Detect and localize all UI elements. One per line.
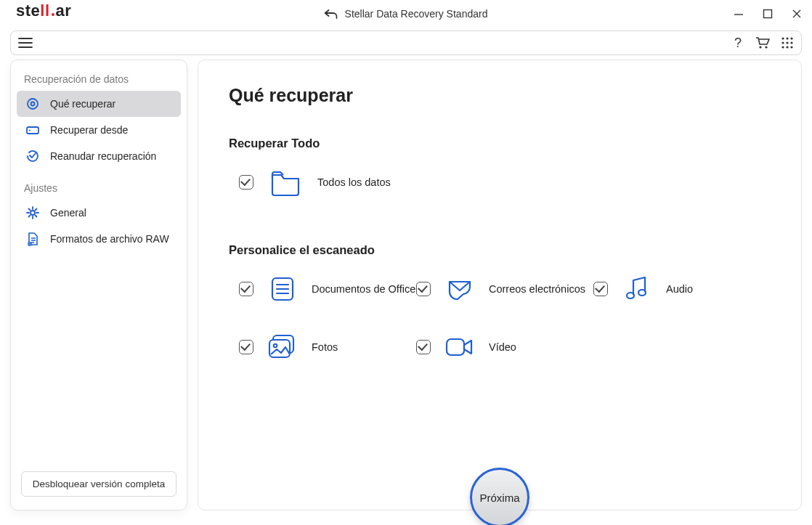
svg-point-21: [627, 293, 634, 298]
option-label: Correos electrónicos: [489, 283, 585, 295]
sidebar-item-raw-formats[interactable]: Formatos de archivo RAW: [17, 226, 181, 252]
svg-point-11: [781, 46, 784, 48]
app-title: Stellar Data Recovery Standard: [345, 8, 488, 20]
target-icon: [25, 97, 40, 111]
checkbox-audio[interactable]: [593, 282, 608, 296]
unlock-full-version-button[interactable]: Desbloquear versión completa: [21, 471, 176, 497]
document-icon: [267, 273, 299, 305]
option-all-data-label: Todos los datos: [317, 176, 391, 188]
svg-point-10: [790, 41, 792, 44]
svg-point-13: [790, 46, 792, 48]
svg-text:?: ?: [734, 36, 742, 50]
logo-dot-icon: [52, 13, 54, 16]
window-minimize-button[interactable]: [734, 9, 744, 19]
svg-point-5: [781, 37, 784, 39]
recover-all-heading: Recuperar Todo: [229, 137, 771, 150]
option-label: Documentos de Office: [312, 283, 415, 295]
svg-rect-26: [447, 339, 464, 355]
folder-icon: [269, 166, 301, 198]
toolbar: ?: [10, 30, 802, 55]
sidebar-item-label: General: [50, 207, 86, 219]
file-icon: [25, 232, 40, 246]
resume-icon: [25, 149, 40, 163]
svg-point-17: [29, 130, 31, 131]
option-label: Fotos: [312, 341, 338, 353]
option-emails: Correos electrónicos: [416, 273, 593, 305]
page-title: Qué recuperar: [229, 85, 771, 106]
sidebar-section-recovery: Recuperación de datos: [17, 70, 181, 91]
sidebar: Recuperación de datos Qué recuperar Recu…: [10, 60, 187, 510]
sidebar-item-general[interactable]: General: [17, 200, 181, 226]
svg-point-9: [786, 41, 788, 44]
checkbox-documents[interactable]: [239, 282, 253, 296]
cart-icon[interactable]: [755, 36, 771, 50]
sidebar-item-label: Recuperar desde: [50, 124, 128, 136]
stellar-logo: stellar: [16, 1, 71, 26]
checkbox-photos[interactable]: [239, 340, 253, 354]
option-audio: Audio: [593, 273, 771, 305]
main-panel: Qué recuperar Recuperar Todo Todos los d…: [198, 60, 802, 510]
unlock-label: Desbloquear versión completa: [33, 479, 165, 489]
svg-point-15: [31, 102, 35, 106]
sidebar-item-label: Qué recuperar: [50, 98, 115, 110]
svg-point-12: [786, 46, 788, 48]
customize-scan-heading: Personalice el escaneado: [229, 243, 771, 257]
help-icon[interactable]: ?: [731, 35, 744, 51]
apps-grid-icon[interactable]: [781, 36, 794, 49]
mail-icon: [444, 273, 476, 305]
svg-point-22: [638, 290, 646, 296]
option-video: Vídeo: [416, 331, 593, 363]
photo-icon: [267, 331, 299, 363]
svg-point-4: [765, 46, 767, 48]
checkbox-video[interactable]: [416, 340, 431, 354]
svg-point-8: [781, 41, 784, 44]
undo-icon[interactable]: [325, 8, 338, 20]
svg-point-14: [28, 99, 38, 109]
sidebar-section-settings: Ajustes: [17, 179, 181, 200]
checkbox-emails[interactable]: [416, 282, 431, 296]
svg-point-7: [790, 37, 792, 39]
next-button-label: Próxima: [479, 492, 519, 504]
gear-icon: [25, 205, 40, 220]
sidebar-item-label: Reanudar recuperación: [50, 150, 156, 162]
sidebar-item-what-to-recover[interactable]: Qué recuperar: [17, 91, 181, 117]
option-documents: Documentos de Office: [239, 273, 416, 305]
app-window: stellar Stellar Data Recovery Standard: [0, 0, 812, 525]
svg-point-6: [786, 37, 788, 39]
window-close-button[interactable]: [792, 9, 802, 19]
checkbox-all-data[interactable]: [239, 175, 253, 190]
option-photos: Fotos: [239, 331, 416, 363]
sidebar-item-recover-from[interactable]: Recuperar desde: [17, 117, 181, 143]
option-label: Audio: [666, 283, 693, 295]
svg-rect-16: [27, 127, 38, 134]
svg-point-18: [31, 211, 35, 215]
sidebar-item-resume-recovery[interactable]: Reanudar recuperación: [17, 143, 181, 169]
music-icon: [621, 273, 653, 305]
titlebar: stellar Stellar Data Recovery Standard: [0, 0, 812, 28]
next-button[interactable]: Próxima: [470, 468, 529, 525]
svg-point-3: [759, 46, 761, 48]
sidebar-item-label: Formatos de archivo RAW: [50, 233, 169, 245]
window-maximize-button[interactable]: [763, 9, 773, 19]
video-icon: [444, 331, 476, 363]
option-label: Vídeo: [489, 341, 516, 353]
menu-icon[interactable]: [18, 37, 33, 49]
drive-icon: [25, 123, 40, 137]
svg-rect-1: [764, 10, 772, 18]
